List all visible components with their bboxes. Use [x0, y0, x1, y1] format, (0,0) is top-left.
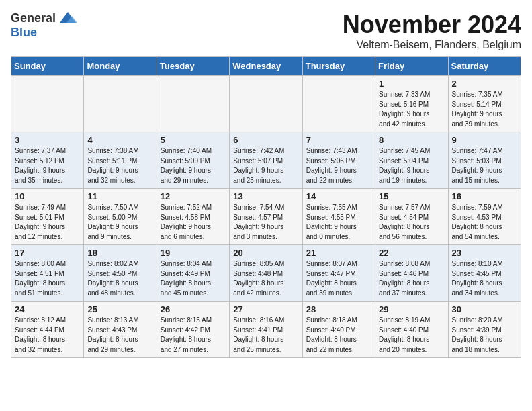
day-info: Sunrise: 8:13 AM Sunset: 4:43 PM Dayligh…: [87, 316, 152, 355]
calendar-cell: 10Sunrise: 7:49 AM Sunset: 5:01 PM Dayli…: [11, 189, 84, 245]
calendar-cell: [157, 76, 229, 132]
calendar-cell: 19Sunrise: 8:04 AM Sunset: 4:49 PM Dayli…: [157, 245, 229, 302]
day-info: Sunrise: 7:43 AM Sunset: 5:06 PM Dayligh…: [306, 146, 371, 185]
day-number: 23: [452, 248, 517, 258]
day-info: Sunrise: 8:19 AM Sunset: 4:40 PM Dayligh…: [379, 316, 444, 355]
calendar-cell: 23Sunrise: 8:10 AM Sunset: 4:45 PM Dayli…: [448, 245, 521, 302]
calendar-cell: 13Sunrise: 7:54 AM Sunset: 4:57 PM Dayli…: [230, 189, 302, 245]
day-number: 22: [379, 248, 444, 258]
month-title: November 2024: [343, 11, 521, 39]
calendar-cell: 6Sunrise: 7:42 AM Sunset: 5:07 PM Daylig…: [230, 132, 302, 189]
calendar-cell: 7Sunrise: 7:43 AM Sunset: 5:06 PM Daylig…: [302, 132, 375, 189]
calendar-cell: 9Sunrise: 7:47 AM Sunset: 5:03 PM Daylig…: [448, 132, 521, 189]
day-number: 26: [161, 304, 226, 314]
calendar-cell: 26Sunrise: 8:15 AM Sunset: 4:42 PM Dayli…: [157, 302, 229, 358]
calendar-week-row: 3Sunrise: 7:37 AM Sunset: 5:12 PM Daylig…: [11, 132, 521, 189]
day-info: Sunrise: 7:37 AM Sunset: 5:12 PM Dayligh…: [15, 146, 80, 185]
weekday-header: Sunday: [11, 57, 84, 76]
calendar-cell: [11, 76, 84, 132]
calendar-week-row: 24Sunrise: 8:12 AM Sunset: 4:44 PM Dayli…: [11, 302, 521, 358]
day-info: Sunrise: 8:07 AM Sunset: 4:47 PM Dayligh…: [306, 259, 371, 298]
day-number: 7: [306, 135, 371, 145]
day-number: 20: [233, 248, 298, 258]
day-number: 11: [87, 191, 152, 201]
day-info: Sunrise: 8:10 AM Sunset: 4:45 PM Dayligh…: [452, 259, 517, 298]
day-info: Sunrise: 8:12 AM Sunset: 4:44 PM Dayligh…: [15, 316, 80, 355]
calendar-cell: 14Sunrise: 7:55 AM Sunset: 4:55 PM Dayli…: [302, 189, 375, 245]
header: General Blue November 2024 Veltem-Beisem…: [11, 11, 521, 51]
day-number: 25: [87, 304, 152, 314]
day-number: 5: [161, 135, 226, 145]
day-info: Sunrise: 8:02 AM Sunset: 4:50 PM Dayligh…: [87, 259, 152, 298]
day-info: Sunrise: 7:40 AM Sunset: 5:09 PM Dayligh…: [161, 146, 226, 185]
weekday-header: Tuesday: [157, 57, 229, 76]
day-info: Sunrise: 7:50 AM Sunset: 5:00 PM Dayligh…: [87, 203, 152, 242]
calendar-week-row: 17Sunrise: 8:00 AM Sunset: 4:51 PM Dayli…: [11, 245, 521, 302]
calendar-week-row: 10Sunrise: 7:49 AM Sunset: 5:01 PM Dayli…: [11, 189, 521, 245]
calendar-cell: 18Sunrise: 8:02 AM Sunset: 4:50 PM Dayli…: [84, 245, 157, 302]
calendar-cell: [230, 76, 302, 132]
location-title: Veltem-Beisem, Flanders, Belgium: [343, 39, 521, 51]
logo-blue-text: Blue: [11, 26, 37, 40]
day-info: Sunrise: 7:33 AM Sunset: 5:16 PM Dayligh…: [379, 90, 444, 129]
day-info: Sunrise: 8:04 AM Sunset: 4:49 PM Dayligh…: [161, 259, 226, 298]
calendar-table: SundayMondayTuesdayWednesdayThursdayFrid…: [11, 56, 521, 358]
calendar-cell: 20Sunrise: 8:05 AM Sunset: 4:48 PM Dayli…: [230, 245, 302, 302]
weekday-header: Friday: [375, 57, 448, 76]
day-number: 19: [161, 248, 226, 258]
day-info: Sunrise: 8:08 AM Sunset: 4:46 PM Dayligh…: [379, 259, 444, 298]
calendar-cell: [302, 76, 375, 132]
day-info: Sunrise: 8:05 AM Sunset: 4:48 PM Dayligh…: [233, 259, 298, 298]
calendar-cell: 15Sunrise: 7:57 AM Sunset: 4:54 PM Dayli…: [375, 189, 448, 245]
calendar-cell: 25Sunrise: 8:13 AM Sunset: 4:43 PM Dayli…: [84, 302, 157, 358]
calendar-cell: 22Sunrise: 8:08 AM Sunset: 4:46 PM Dayli…: [375, 245, 448, 302]
calendar-cell: 12Sunrise: 7:52 AM Sunset: 4:58 PM Dayli…: [157, 189, 229, 245]
day-number: 24: [15, 304, 80, 314]
day-number: 10: [15, 191, 80, 201]
day-number: 2: [452, 79, 517, 89]
day-number: 21: [306, 248, 371, 258]
day-info: Sunrise: 7:52 AM Sunset: 4:58 PM Dayligh…: [161, 203, 226, 242]
calendar-cell: 28Sunrise: 8:18 AM Sunset: 4:40 PM Dayli…: [302, 302, 375, 358]
day-number: 18: [87, 248, 152, 258]
day-number: 9: [452, 135, 517, 145]
weekday-header: Wednesday: [230, 57, 302, 76]
day-number: 4: [87, 135, 152, 145]
calendar-cell: 8Sunrise: 7:45 AM Sunset: 5:04 PM Daylig…: [375, 132, 448, 189]
calendar-week-row: 1Sunrise: 7:33 AM Sunset: 5:16 PM Daylig…: [11, 76, 521, 132]
day-number: 16: [452, 191, 517, 201]
day-number: 17: [15, 248, 80, 258]
day-info: Sunrise: 8:20 AM Sunset: 4:39 PM Dayligh…: [452, 316, 517, 355]
day-number: 27: [233, 304, 298, 314]
calendar-cell: 11Sunrise: 7:50 AM Sunset: 5:00 PM Dayli…: [84, 189, 157, 245]
calendar-cell: 27Sunrise: 8:16 AM Sunset: 4:41 PM Dayli…: [230, 302, 302, 358]
day-info: Sunrise: 7:35 AM Sunset: 5:14 PM Dayligh…: [452, 90, 517, 129]
weekday-header: Thursday: [302, 57, 375, 76]
day-info: Sunrise: 7:38 AM Sunset: 5:11 PM Dayligh…: [87, 146, 152, 185]
calendar-cell: [84, 76, 157, 132]
day-number: 28: [306, 304, 371, 314]
calendar-cell: 30Sunrise: 8:20 AM Sunset: 4:39 PM Dayli…: [448, 302, 521, 358]
day-info: Sunrise: 8:18 AM Sunset: 4:40 PM Dayligh…: [306, 316, 371, 355]
day-number: 12: [161, 191, 226, 201]
day-info: Sunrise: 7:49 AM Sunset: 5:01 PM Dayligh…: [15, 203, 80, 242]
day-number: 6: [233, 135, 298, 145]
calendar-cell: 4Sunrise: 7:38 AM Sunset: 5:11 PM Daylig…: [84, 132, 157, 189]
title-area: November 2024 Veltem-Beisem, Flanders, B…: [343, 11, 521, 51]
calendar-cell: 24Sunrise: 8:12 AM Sunset: 4:44 PM Dayli…: [11, 302, 84, 358]
day-number: 29: [379, 304, 444, 314]
weekday-header: Monday: [84, 57, 157, 76]
day-number: 15: [379, 191, 444, 201]
day-info: Sunrise: 8:15 AM Sunset: 4:42 PM Dayligh…: [161, 316, 226, 355]
logo: General Blue: [11, 11, 77, 40]
logo-icon: [58, 11, 77, 26]
day-info: Sunrise: 7:47 AM Sunset: 5:03 PM Dayligh…: [452, 146, 517, 185]
day-info: Sunrise: 7:42 AM Sunset: 5:07 PM Dayligh…: [233, 146, 298, 185]
calendar-cell: 16Sunrise: 7:59 AM Sunset: 4:53 PM Dayli…: [448, 189, 521, 245]
calendar-header-row: SundayMondayTuesdayWednesdayThursdayFrid…: [11, 57, 521, 76]
day-info: Sunrise: 7:54 AM Sunset: 4:57 PM Dayligh…: [233, 203, 298, 242]
weekday-header: Saturday: [448, 57, 521, 76]
day-info: Sunrise: 8:16 AM Sunset: 4:41 PM Dayligh…: [233, 316, 298, 355]
day-number: 1: [379, 79, 444, 89]
day-number: 3: [15, 135, 80, 145]
